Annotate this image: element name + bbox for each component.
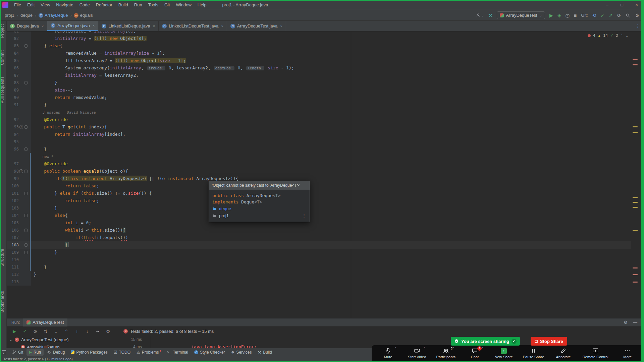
- menu-tools[interactable]: Tools: [145, 0, 161, 10]
- chevron-up-icon[interactable]: ^: [395, 346, 396, 350]
- line-number[interactable]: 81: [7, 32, 19, 35]
- sort-alphabetically-icon[interactable]: ⇅: [43, 329, 49, 334]
- maximize-button[interactable]: □: [614, 0, 629, 10]
- tool-window-button-bookmarks[interactable]: Bookmarks: [0, 291, 7, 313]
- line-number[interactable]: 110: [7, 256, 19, 263]
- settings-gear-icon[interactable]: ⚙: [624, 320, 628, 325]
- line-number[interactable]: 82: [7, 35, 19, 42]
- tab-arraydeque-java[interactable]: CArrayDeque.java×: [47, 21, 98, 31]
- error-stripe-mark[interactable]: [633, 197, 638, 198]
- error-stripe-mark[interactable]: [633, 282, 638, 283]
- menu-file[interactable]: File: [11, 0, 24, 10]
- line-number[interactable]: 111: [7, 263, 19, 271]
- line-number[interactable]: 85: [7, 57, 19, 64]
- history-icon[interactable]: ⟳: [617, 13, 621, 18]
- menu-git[interactable]: Git: [161, 0, 173, 10]
- line-number[interactable]: 86: [7, 64, 19, 72]
- line-number[interactable]: 90: [7, 94, 19, 101]
- code-editor[interactable]: 81 removedValue = initialArray[0];82 ini…: [7, 32, 631, 318]
- module-row[interactable]: deque: [212, 205, 306, 212]
- menu-refactor[interactable]: Refactor: [93, 0, 115, 10]
- line-number[interactable]: 87: [7, 72, 19, 79]
- close-icon[interactable]: ×: [221, 24, 223, 28]
- test-settings-icon[interactable]: ⚙: [105, 329, 111, 334]
- tool-window-button-structure[interactable]: Structure: [0, 249, 7, 266]
- test-tree-row[interactable]: ✕emptyNullReturn4 ms: [7, 343, 151, 348]
- user-profile-icon[interactable]: ⌄: [476, 13, 484, 18]
- tab-options-icon[interactable]: ⋮: [632, 21, 644, 31]
- menu-help[interactable]: Help: [195, 0, 210, 10]
- tab-linkedlistdeque-java[interactable]: CLinkedListDeque.java×: [98, 21, 159, 31]
- coverage-icon[interactable]: ◈: [557, 13, 561, 18]
- line-number[interactable]: 104: [7, 212, 19, 219]
- statusbar-item-style-checker[interactable]: ✓Style Checker: [192, 349, 228, 356]
- line-number[interactable]: 113: [7, 278, 19, 286]
- tab-arraydequetest-java[interactable]: CArrayDequeTest.java×: [227, 21, 286, 31]
- line-number[interactable]: 99: [7, 175, 19, 182]
- stop-button[interactable]: ■: [574, 13, 577, 18]
- line-number[interactable]: 96: [7, 145, 19, 153]
- line-number[interactable]: 95: [7, 138, 19, 145]
- chevron-up-icon[interactable]: ^: [424, 346, 425, 350]
- zoom-annotate-button[interactable]: Annotate: [554, 345, 573, 361]
- menu-window[interactable]: Window: [173, 0, 195, 10]
- statusbar-item-build[interactable]: ⚒Build: [255, 349, 274, 356]
- settings-gear-icon[interactable]: ⚙: [635, 13, 639, 18]
- git-commit-icon[interactable]: ✓: [600, 13, 604, 18]
- error-stripe-mark[interactable]: [633, 132, 638, 133]
- line-number[interactable]: 91: [7, 101, 19, 109]
- line-number[interactable]: 93: [7, 123, 19, 131]
- tool-window-button-commit[interactable]: Commit: [0, 50, 7, 65]
- line-number[interactable]: 88: [7, 79, 19, 86]
- stop-share-button[interactable]: Stop Share: [531, 337, 567, 346]
- chevron-up-icon[interactable]: ⌃: [621, 34, 623, 38]
- zoom-chat-button[interactable]: 1^Chat: [465, 345, 484, 361]
- error-stripe-mark[interactable]: [633, 202, 638, 203]
- error-stripe-mark[interactable]: [633, 59, 638, 60]
- chevron-up-icon[interactable]: ^: [452, 346, 454, 350]
- statusbar-item-terminal[interactable]: >_Terminal: [165, 349, 191, 356]
- package-row[interactable]: proj1 ⋮: [212, 212, 306, 219]
- show-ignored-icon[interactable]: ⊘: [32, 329, 38, 334]
- menu-run[interactable]: Run: [131, 0, 145, 10]
- profiler-icon[interactable]: ◷: [566, 13, 570, 18]
- line-number[interactable]: 106: [7, 227, 19, 234]
- test-tree[interactable]: ⌄✕ArrayDequeTest (deque)15 ms✕emptyNullR…: [7, 336, 151, 348]
- search-icon[interactable]: [625, 13, 631, 18]
- statusbar-item-git[interactable]: Git: [9, 349, 26, 356]
- override-method-icon[interactable]: [19, 168, 23, 175]
- statusbar-item-run[interactable]: ▶Run: [26, 349, 44, 356]
- zoom-remote-control-button[interactable]: Remote Control: [583, 345, 608, 361]
- line-number[interactable]: 83: [7, 42, 19, 50]
- zoom-mute-button[interactable]: ^Mute: [378, 345, 398, 361]
- line-number[interactable]: 94: [7, 131, 19, 138]
- run-button[interactable]: ▶: [549, 13, 553, 18]
- line-number[interactable]: 97: [7, 160, 19, 168]
- statusbar-item-todo[interactable]: ☑TODO: [111, 349, 133, 356]
- close-icon[interactable]: ×: [93, 23, 95, 27]
- error-stripe-mark[interactable]: [633, 274, 638, 275]
- tool-windows-icon[interactable]: [2, 350, 6, 354]
- statusbar-item-python-packages[interactable]: Python Packages: [68, 349, 110, 356]
- zoom-participants-button[interactable]: 2^Participants: [436, 345, 455, 361]
- import-test-results-icon[interactable]: ⇥: [95, 329, 101, 334]
- tool-window-button-project[interactable]: Project: [0, 24, 7, 38]
- line-number[interactable]: 92: [7, 116, 19, 123]
- line-number[interactable]: 84: [7, 50, 19, 57]
- previous-failed-test-icon[interactable]: ↑: [74, 329, 80, 334]
- close-icon[interactable]: ×: [42, 24, 44, 28]
- line-number[interactable]: 98: [7, 168, 19, 175]
- collapse-all-icon[interactable]: ⌃: [63, 329, 69, 334]
- menu-edit[interactable]: Edit: [24, 0, 38, 10]
- line-number[interactable]: 102: [7, 197, 19, 204]
- line-number[interactable]: 100: [7, 182, 19, 190]
- module-link[interactable]: deque: [219, 206, 231, 211]
- build-hammer-icon[interactable]: ⚒: [488, 13, 493, 18]
- menu-navigate[interactable]: Navigate: [53, 0, 76, 10]
- error-stripe-mark[interactable]: [633, 64, 638, 65]
- error-stripe-mark[interactable]: [633, 267, 638, 268]
- line-number[interactable]: 107: [7, 234, 19, 241]
- close-icon[interactable]: ×: [280, 24, 282, 28]
- statusbar-item-debug[interactable]: Debug: [44, 349, 67, 356]
- test-tree-row[interactable]: ⌄✕ArrayDequeTest (deque)15 ms: [7, 336, 151, 343]
